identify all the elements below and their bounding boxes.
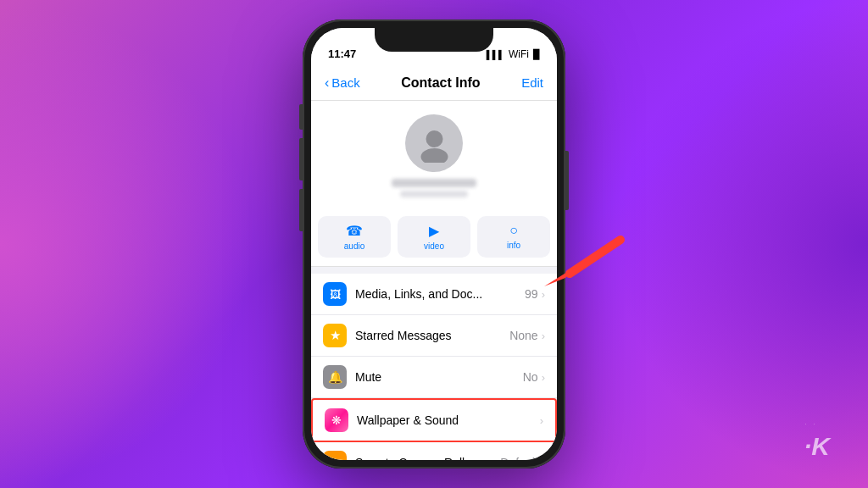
video-label: video [424, 241, 444, 251]
nav-bar: ‹ Back Contact Info Edit [311, 65, 557, 101]
vol-down-button [299, 189, 303, 231]
red-arrow [536, 231, 629, 294]
svg-point-0 [426, 130, 442, 147]
camera-chevron: › [542, 457, 545, 461]
action-bar: ☎ audio ▶ video ○ info [311, 208, 557, 267]
contact-name [392, 179, 476, 187]
status-icons: ▌▌▌ WiFi ▉ [487, 48, 540, 60]
starred-chevron: › [542, 330, 545, 342]
back-button[interactable]: ‹ Back [325, 75, 360, 91]
info-label: info [507, 241, 520, 250]
info-icon: ○ [509, 223, 518, 238]
status-bar: 11:47 ▌▌▌ WiFi ▉ [311, 28, 557, 65]
power-button [565, 151, 569, 210]
wallpaper-label: Wallpaper & Sound [357, 413, 540, 427]
wifi-icon: WiFi [509, 48, 529, 60]
video-icon: ▶ [429, 223, 439, 239]
wallpaper-item[interactable]: ❋ Wallpaper & Sound › [311, 398, 557, 442]
video-button[interactable]: ▶ video [398, 216, 470, 258]
audio-icon: ☎ [346, 223, 363, 239]
wallpaper-chevron: › [540, 414, 543, 427]
camera-label: Save to Camera Roll [355, 456, 500, 460]
camera-value: Default [500, 456, 537, 460]
watermark: ·K [804, 432, 830, 461]
signal-icon: ▌▌▌ [487, 50, 504, 59]
notch [375, 28, 493, 52]
back-label: Back [331, 75, 359, 90]
mute-icon: 🔔 [323, 365, 347, 389]
mute-value: No [523, 370, 538, 384]
mute-label: Mute [355, 370, 523, 384]
starred-label: Starred Messages [355, 329, 509, 342]
battery-icon: ▉ [533, 49, 540, 60]
nav-title: Contact Info [401, 75, 480, 91]
bg-blob-right [614, 0, 868, 488]
audio-label: audio [344, 241, 364, 251]
contact-sub [400, 191, 468, 197]
contact-area [311, 101, 557, 208]
audio-button[interactable]: ☎ audio [318, 216, 391, 258]
media-label: Media, Links, and Doc... [355, 287, 525, 301]
starred-item[interactable]: ★ Starred Messages None › [311, 315, 557, 357]
avatar [405, 114, 463, 172]
mute-chevron: › [542, 371, 545, 384]
phone-screen: 11:47 ▌▌▌ WiFi ▉ ‹ Back Contact Info Edi… [311, 28, 557, 460]
media-item[interactable]: 🖼 Media, Links, and Doc... 99 › [311, 274, 557, 315]
mute-item[interactable]: 🔔 Mute No › [311, 357, 557, 398]
media-icon: 🖼 [323, 282, 347, 306]
chevron-left-icon: ‹ [325, 75, 329, 91]
edit-button[interactable]: Edit [521, 75, 543, 90]
svg-point-1 [420, 148, 448, 163]
starred-value: None [509, 329, 537, 342]
vol-up-button [299, 138, 303, 180]
settings-list: 🖼 Media, Links, and Doc... 99 › ★ Starre… [311, 274, 557, 460]
wallpaper-icon: ❋ [325, 408, 348, 432]
phone-frame: 11:47 ▌▌▌ WiFi ▉ ‹ Back Contact Info Edi… [303, 19, 565, 469]
camera-icon: 📷 [323, 451, 347, 460]
status-time: 11:47 [328, 47, 356, 60]
camera-item[interactable]: 📷 Save to Camera Roll Default › [311, 442, 557, 460]
starred-icon: ★ [323, 324, 347, 347]
bg-blob-left [0, 0, 254, 488]
